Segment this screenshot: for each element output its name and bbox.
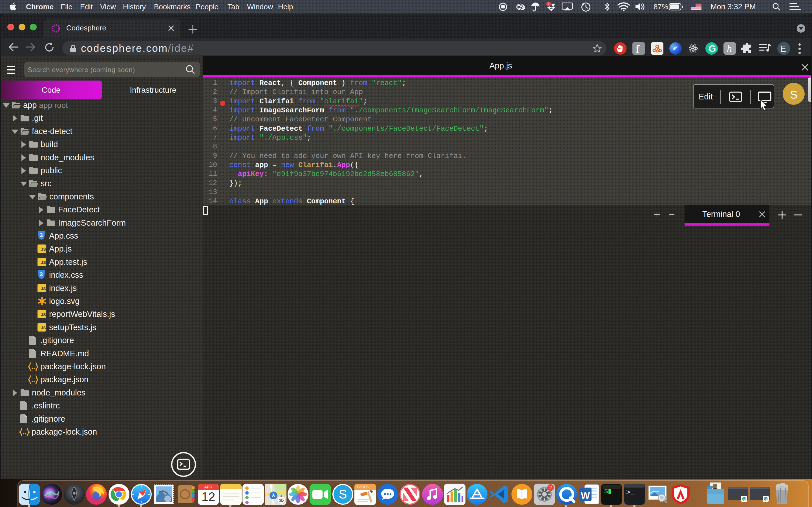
svg-text:3: 3 (40, 271, 43, 277)
svg-text:3D: 3D (279, 498, 284, 503)
svg-text:PAGES: PAGES (357, 485, 368, 489)
svg-text:W: W (581, 490, 590, 501)
svg-text:$▮: $▮ (604, 488, 611, 495)
svg-text:12: 12 (202, 490, 215, 504)
svg-text:APR: APR (204, 485, 213, 489)
svg-text:S: S (339, 487, 347, 501)
svg-text:1: 1 (548, 2, 550, 6)
svg-text:>_: >_ (626, 489, 635, 496)
svg-text:2: 2 (550, 485, 552, 490)
svg-text:3: 3 (40, 232, 43, 238)
